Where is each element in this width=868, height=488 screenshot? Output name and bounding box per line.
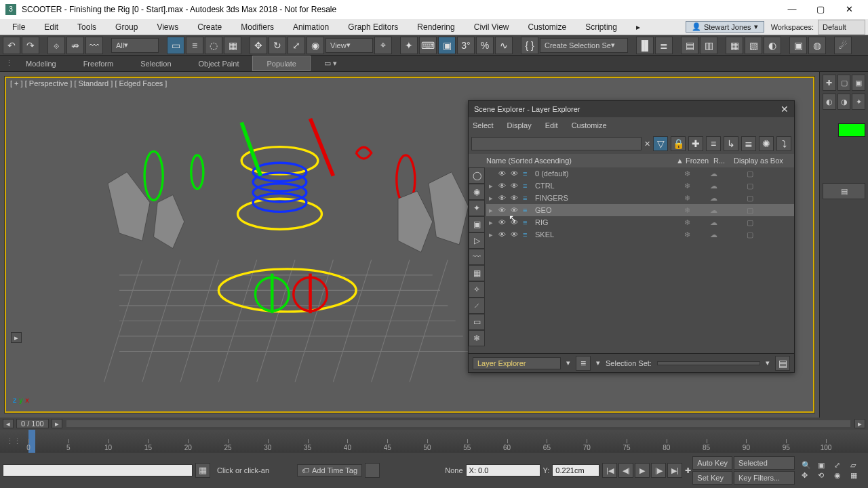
cp-hierarchy-tab[interactable]: ▣ xyxy=(852,75,865,91)
max-button[interactable]: ▢ xyxy=(807,1,834,18)
se-filter-spacewarp[interactable]: 〰 xyxy=(469,249,485,265)
render-cell[interactable]: ☁ xyxy=(703,194,724,203)
zoom-all-button[interactable]: ▣ xyxy=(818,461,833,470)
se-menu-display[interactable]: Display xyxy=(507,121,532,129)
align-button[interactable]: ≣ xyxy=(655,37,673,54)
menu-file[interactable]: File xyxy=(3,19,35,35)
menu-customize[interactable]: Customize xyxy=(519,19,576,35)
display-as-box[interactable]: ▢ xyxy=(726,230,774,239)
undo-button[interactable]: ↶ xyxy=(3,37,20,54)
slider-right[interactable]: ▸ xyxy=(52,419,62,428)
orbit-button[interactable]: ◉ xyxy=(834,471,849,480)
maxscript-icon[interactable]: ▦ xyxy=(195,463,210,478)
ribbon-freeform[interactable]: Freeform xyxy=(70,56,127,71)
se-layers-icon[interactable]: ≣ xyxy=(741,136,756,151)
goto-start[interactable]: |◀ xyxy=(602,463,617,478)
se-filter-group[interactable]: ▦ xyxy=(469,265,485,281)
auto-key-button[interactable]: Auto Key xyxy=(692,456,732,470)
pan-button[interactable]: ✥ xyxy=(802,471,816,480)
se-clear-search[interactable]: ✕ xyxy=(644,140,650,148)
frozen-cell[interactable]: ❄ xyxy=(673,230,701,239)
se-filter-xref[interactable]: ✧ xyxy=(469,281,485,298)
mirror-button[interactable]: ▐▌ xyxy=(636,37,654,54)
menu-animation[interactable]: Animation xyxy=(283,19,338,35)
ribbon-objectpaint[interactable]: Object Paint xyxy=(185,56,253,71)
ref-coord-combo[interactable]: View ▾ xyxy=(326,38,373,53)
angle-snap-button[interactable]: 3° xyxy=(457,37,475,54)
workspaces-combo[interactable]: Default xyxy=(818,20,865,35)
redo-button[interactable]: ↷ xyxy=(22,37,39,54)
layer-row[interactable]: ▸👁👁≡SKEL❄☁▢ xyxy=(486,228,794,241)
se-selset-edit[interactable]: ▤ xyxy=(775,356,790,371)
menu-views[interactable]: Views xyxy=(147,19,188,35)
frozen-cell[interactable]: ❄ xyxy=(673,169,701,178)
display-as-box[interactable]: ▢ xyxy=(726,182,774,190)
visibility-icon[interactable]: 👁 xyxy=(498,169,508,178)
cp-display-tab[interactable]: ◑ xyxy=(837,94,851,110)
se-col-frozen[interactable]: ▲ Frozen xyxy=(676,157,713,165)
se-menu-select[interactable]: Select xyxy=(473,121,494,129)
key-filters-selected[interactable]: Selected xyxy=(734,456,795,470)
material-editor-button[interactable]: ◐ xyxy=(764,37,781,54)
visibility-icon[interactable]: 👁 xyxy=(498,230,508,239)
se-newlayer-button[interactable]: ✚ xyxy=(688,136,703,151)
select-object-button[interactable]: ▭ xyxy=(167,37,184,54)
window-crossing-button[interactable]: ▦ xyxy=(224,37,241,54)
se-layers-button[interactable]: ≡ xyxy=(576,356,591,371)
menu-group[interactable]: Group xyxy=(106,19,147,35)
coord-y[interactable] xyxy=(552,464,599,476)
cp-motion-tab[interactable]: ◐ xyxy=(823,94,836,110)
prev-frame[interactable]: ◀| xyxy=(618,463,633,478)
frozen-cell[interactable]: ❄ xyxy=(673,194,701,203)
ribbon-expand[interactable]: ▭ ▾ xyxy=(311,56,351,71)
object-color-swatch[interactable] xyxy=(838,123,865,137)
ribbon-populate[interactable]: Populate xyxy=(252,56,310,71)
coord-x[interactable] xyxy=(466,464,540,476)
ribbon-selection[interactable]: Selection xyxy=(127,56,184,71)
se-filter-frozen[interactable]: ❄ xyxy=(469,330,485,346)
frozen-cell[interactable]: ❄ xyxy=(673,218,701,227)
se-filter-geometry[interactable]: ◉ xyxy=(469,184,485,200)
se-filter-helper[interactable]: ▷ xyxy=(469,232,485,249)
freeze-icon[interactable]: 👁 xyxy=(511,194,520,202)
layer-explorer-button[interactable]: ▤ xyxy=(681,37,698,54)
se-mode-combo[interactable]: Layer Explorer xyxy=(473,357,561,369)
se-selset-combo[interactable] xyxy=(657,361,760,365)
display-as-box[interactable]: ▢ xyxy=(726,194,774,203)
visibility-icon[interactable]: 👁 xyxy=(498,206,508,214)
menu-edit[interactable]: Edit xyxy=(35,19,68,35)
render-button[interactable]: ☄ xyxy=(834,37,852,54)
layer-row[interactable]: 👁👁≡0 (default)❄☁▢ xyxy=(486,167,794,180)
ribbon-handle[interactable]: ⋮ xyxy=(5,59,12,68)
ribbon-modeling[interactable]: Modeling xyxy=(12,56,70,71)
se-menu-edit[interactable]: Edit xyxy=(545,121,558,129)
frozen-cell[interactable]: ❄ xyxy=(673,182,701,190)
se-filter-button[interactable]: ▽ xyxy=(653,136,668,151)
key-filters-button[interactable]: Key Filters... xyxy=(734,471,795,485)
menu-create[interactable]: Create xyxy=(188,19,231,35)
se-layerstack-icon[interactable]: ≡ xyxy=(706,136,721,151)
render-cell[interactable]: ☁ xyxy=(703,182,724,190)
se-filter-camera[interactable]: ▣ xyxy=(469,216,485,232)
menu-help-icon[interactable]: ▸ xyxy=(627,19,650,35)
menu-tools[interactable]: Tools xyxy=(68,19,106,35)
se-more-button[interactable]: ⤵ xyxy=(776,136,791,151)
rotate-button[interactable]: ↻ xyxy=(269,37,286,54)
freeze-icon[interactable]: 👁 xyxy=(511,206,520,214)
edit-named-sel-button[interactable]: { } xyxy=(521,37,538,54)
visibility-icon[interactable]: 👁 xyxy=(498,182,508,190)
se-addchild-button[interactable]: ↳ xyxy=(724,136,738,151)
menu-scripting[interactable]: Scripting xyxy=(576,19,627,35)
user-signin[interactable]: 👤 Stewart Jones ▾ xyxy=(686,21,764,33)
menu-rendering[interactable]: Rendering xyxy=(408,19,464,35)
next-frame[interactable]: |▶ xyxy=(651,463,666,478)
menu-grapheditors[interactable]: Graph Editors xyxy=(338,19,408,35)
se-search-input[interactable] xyxy=(471,137,642,150)
play-button[interactable]: ▶ xyxy=(635,463,650,478)
display-as-box[interactable]: ▢ xyxy=(726,206,774,215)
layer-row[interactable]: ▸👁👁≡FINGERS❄☁▢ xyxy=(486,192,794,204)
scale-button[interactable]: ⤢ xyxy=(288,37,305,54)
visibility-icon[interactable]: 👁 xyxy=(498,194,508,202)
walk-button[interactable]: ⟲ xyxy=(818,471,833,480)
goto-end[interactable]: ▶| xyxy=(667,463,682,478)
